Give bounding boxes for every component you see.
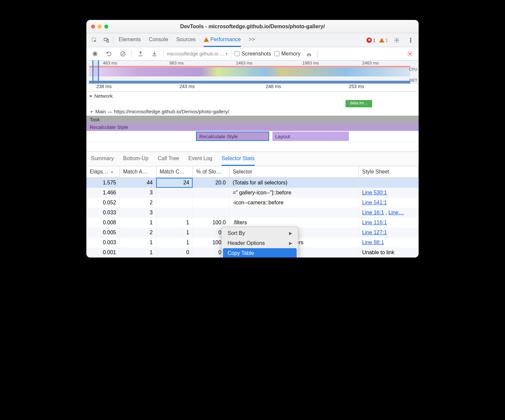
dtab-eventlog[interactable]: Event Log [188,152,212,166]
stylesheet-link[interactable]: Line 127:1 [362,230,387,235]
devtools-window: DevTools - microsoftedge.github.io/Demos… [86,20,419,258]
overview-strip[interactable]: 463 ms 963 ms 1463 ms 1963 ms 2463 ms CP… [86,60,419,84]
error-badge[interactable]: ✕1 [366,37,375,43]
network-track[interactable]: ▶Network [86,92,419,100]
warning-badge[interactable]: 1 [379,37,388,43]
record-icon[interactable] [90,49,100,59]
layout-block[interactable]: Layout [272,132,349,141]
timeline-ruler: 238 ms 243 ms 248 ms 253 ms [86,84,419,92]
svg-line-10 [122,52,125,55]
col-matchc[interactable]: Match C… [156,166,193,178]
stylesheet-link[interactable]: Line 116:1 [362,220,387,225]
settings-icon[interactable] [391,35,402,46]
svg-point-8 [94,53,96,55]
tab-sources[interactable]: Sources [176,33,196,47]
svg-point-5 [410,40,411,41]
stylesheet-link[interactable]: Line… [388,210,404,215]
svg-point-6 [410,41,411,42]
capture-settings-icon[interactable] [405,49,415,59]
tab-more[interactable]: >> [249,33,255,47]
col-matcha[interactable]: Match A… [120,166,156,178]
details-tabbar: Summary Bottom-Up Call Tree Event Log Se… [86,152,419,166]
context-menu: Sort By▶ Header Options▶ Copy Table [221,227,298,258]
overview-selection[interactable] [92,60,99,84]
task-block[interactable]: Task [86,116,419,123]
clear-icon[interactable] [118,49,128,59]
table-row[interactable]: 1.4663=" gallery-icon--"]::beforeLine 53… [86,188,419,198]
kebab-icon[interactable] [405,35,416,46]
screenshots-checkbox[interactable]: Screenshots [235,51,271,57]
table-row[interactable]: 0.00811100.0.filtersLine 116:1 [86,218,419,228]
perf-toolbar: microsoftedge.github.io ... Screenshots … [86,47,419,60]
collect-icon[interactable] [304,49,314,59]
col-stylesheet[interactable]: Style Sheet [359,166,419,178]
col-slow[interactable]: % of Slo… [193,166,229,178]
dtab-summary[interactable]: Summary [91,152,114,166]
dtab-bottomup[interactable]: Bottom-Up [123,152,148,166]
ctx-sortby[interactable]: Sort By▶ [222,228,298,238]
device-icon[interactable] [101,35,112,46]
svg-point-3 [396,39,398,41]
table-row[interactable]: 0.0333Line 16:1 , Line… [86,208,419,218]
stylesheet-link[interactable]: Line 16:1 [362,210,384,215]
table-row[interactable]: 1.575442420.0(Totals for all selectors) [86,178,419,188]
dtab-calltree[interactable]: Call Tree [158,152,179,166]
col-elapsed[interactable]: Elaps… [86,166,120,178]
svg-point-4 [410,38,411,39]
main-track[interactable]: ▼Main — https://microsoftedge.github.io/… [86,107,419,116]
tab-console[interactable]: Console [149,33,168,47]
tab-performance[interactable]: Performance [204,33,241,47]
svg-point-12 [409,53,411,54]
context-dropdown[interactable]: microsoftedge.github.io ... [167,51,228,56]
stylesheet-link[interactable]: Line 530:1 [362,190,387,195]
inspect-icon[interactable] [89,35,100,46]
ctx-copy-table[interactable]: Copy Table [223,248,297,258]
download-icon[interactable] [149,49,160,59]
reload-icon[interactable] [104,49,114,59]
flame-tracks: ▶Network data:im… ▼Main — https://micros… [86,92,419,152]
col-selector[interactable]: Selector [229,166,359,178]
tab-elements[interactable]: Elements [119,33,141,47]
recalc-block[interactable]: Recalculate Style [86,123,419,131]
ctx-header-options[interactable]: Header Options▶ [222,238,298,248]
recalc-block-selected[interactable]: Recalculate Style [196,132,269,141]
warning-icon [204,37,209,42]
upload-icon[interactable] [135,49,146,59]
network-item[interactable]: data:im… [349,100,369,105]
table-row[interactable]: 0.0522-icon--camera::beforeLine 541:1 [86,198,419,208]
dtab-selstats[interactable]: Selector Stats [222,152,255,166]
stylesheet-link[interactable]: Line 541:1 [362,200,387,205]
window-title: DevTools - microsoftedge.github.io/Demos… [86,24,419,30]
main-tabbar: Elements Console Sources Performance >> … [86,33,419,47]
memory-checkbox[interactable]: Memory [274,51,301,57]
titlebar: DevTools - microsoftedge.github.io/Demos… [86,20,419,33]
stylesheet-link[interactable]: Line 88:1 [362,240,384,245]
svg-rect-11 [307,54,311,56]
